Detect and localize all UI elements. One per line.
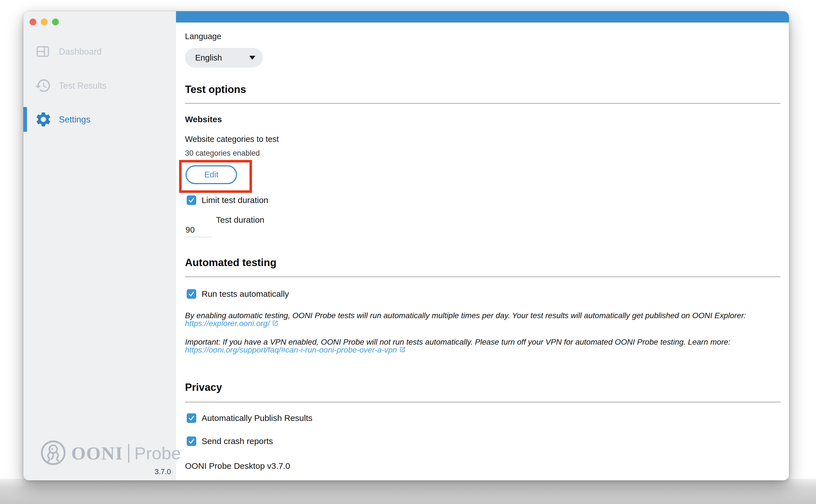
publish-results-checkbox[interactable] xyxy=(187,413,196,423)
limit-test-duration-row: Limit test duration xyxy=(187,195,268,205)
edit-categories-button[interactable]: Edit xyxy=(186,165,237,184)
language-label: Language xyxy=(185,32,221,41)
privacy-heading: Privacy xyxy=(185,382,222,393)
settings-content: Language English Test options Websites W… xyxy=(23,11,789,480)
external-link-icon xyxy=(399,346,406,354)
website-categories-label: Website categories to test xyxy=(185,135,279,143)
run-tests-automatically-checkbox[interactable] xyxy=(187,289,196,299)
vpn-note: Important: If you have a VPN enabled, OO… xyxy=(185,338,730,346)
run-tests-automatically-row: Run tests automatically xyxy=(187,289,289,299)
crash-reports-checkbox[interactable] xyxy=(187,436,196,446)
section-divider xyxy=(185,402,781,402)
explorer-link-row[interactable]: https://explorer.ooni.org/ xyxy=(185,319,278,328)
test-duration-label: Test duration xyxy=(216,216,264,224)
section-divider xyxy=(185,276,781,277)
faq-link-row[interactable]: https://ooni.org/support/faq/#can-i-run-… xyxy=(185,346,406,354)
test-options-heading: Test options xyxy=(185,84,246,95)
categories-enabled-status: 30 categories enabled xyxy=(185,150,260,157)
app-version-text: OONI Probe Desktop v3.7.0 xyxy=(185,462,290,470)
desktop-shadow-band xyxy=(0,479,816,504)
automated-testing-heading: Automated testing xyxy=(185,257,277,268)
section-divider xyxy=(185,103,781,104)
screenshot-canvas: Dashboard Test Results Settings xyxy=(0,0,816,504)
run-tests-automatically-label: Run tests automatically xyxy=(202,289,289,299)
publish-results-label: Automatically Publish Results xyxy=(202,413,313,423)
chevron-down-icon xyxy=(249,56,255,60)
limit-test-duration-label: Limit test duration xyxy=(202,195,268,205)
test-duration-input[interactable] xyxy=(185,224,212,237)
explorer-link[interactable]: https://explorer.ooni.org/ xyxy=(185,320,270,327)
external-link-icon xyxy=(272,320,278,327)
websites-label: Websites xyxy=(185,115,222,124)
language-select[interactable]: English xyxy=(185,48,263,68)
faq-link[interactable]: https://ooni.org/support/faq/#can-i-run-… xyxy=(185,346,397,354)
limit-test-duration-checkbox[interactable] xyxy=(187,195,196,205)
automated-testing-note: By enabling automatic testing, OONI Prob… xyxy=(185,312,746,320)
publish-results-row: Automatically Publish Results xyxy=(187,413,313,423)
crash-reports-label: Send crash reports xyxy=(202,436,273,446)
language-select-value: English xyxy=(195,54,222,62)
crash-reports-row: Send crash reports xyxy=(187,436,273,446)
ooni-probe-window: Dashboard Test Results Settings xyxy=(23,11,789,480)
